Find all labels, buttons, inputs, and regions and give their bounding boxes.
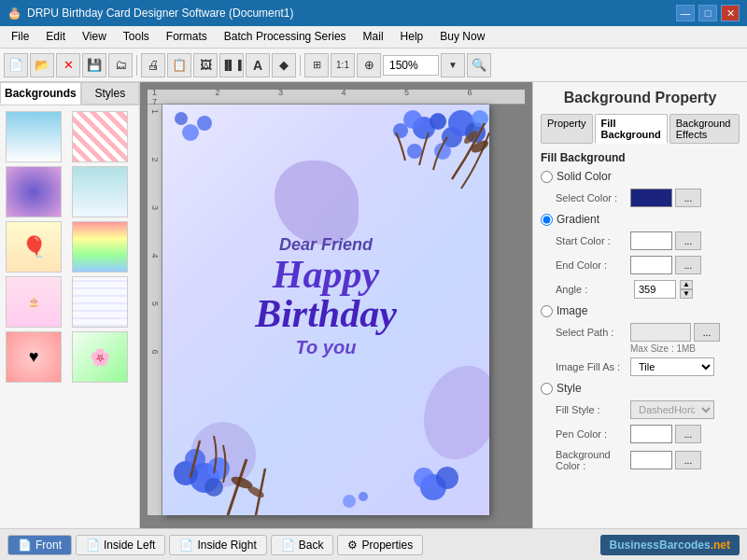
menu-bar: File Edit View Tools Formats Batch Proce… (0, 26, 747, 49)
ruler-vertical: 1 2 3 4 5 6 (148, 105, 162, 515)
angle-label: Angle : (556, 284, 630, 295)
angle-row: Angle : 359 ▲ ▼ (541, 280, 740, 299)
angle-down[interactable]: ▼ (680, 289, 693, 299)
svg-point-10 (182, 124, 199, 141)
menu-formats[interactable]: Formats (159, 28, 215, 46)
bg-color-browse[interactable]: ... (675, 451, 701, 469)
pen-color-swatch[interactable] (630, 425, 672, 443)
thumbnails-grid: 🎈 🎂 ♥ 🌸 (0, 105, 139, 388)
print2-button[interactable]: 📋 (167, 53, 191, 77)
zoom-in-button[interactable]: ⊕ (357, 53, 381, 77)
inside-right-icon: 📄 (179, 539, 193, 552)
table-button[interactable]: ⊞ (304, 53, 329, 77)
gradient-row: Gradient (541, 213, 740, 226)
front-label: Front (35, 539, 62, 552)
image-button[interactable]: 🖼 (193, 53, 218, 77)
image-fill-label: Image Fill As : (556, 361, 630, 372)
text-button[interactable]: A (246, 53, 270, 77)
bg-color-row: Background Color : ... (541, 449, 740, 471)
close-button[interactable]: ✕ (721, 5, 740, 21)
save-all-button[interactable]: 🗂 (108, 53, 133, 77)
gradient-label: Gradient (557, 213, 599, 226)
separator-2 (300, 55, 301, 76)
bg-thumb-bday[interactable]: 🎂 (6, 276, 62, 328)
solid-color-browse[interactable]: ... (675, 189, 701, 207)
bg-thumb-hearts[interactable]: ♥ (6, 331, 62, 383)
title-bar: 🎂 DRPU Birthday Card Designer Software (… (0, 0, 747, 26)
svg-point-1 (430, 113, 446, 130)
bg-thumb-floral[interactable]: 🌸 (72, 331, 128, 383)
bg-thumb-balloons[interactable]: 🎈 (6, 221, 62, 273)
tab-inside-right[interactable]: 📄 Inside Right (169, 535, 266, 555)
select-color-label: Select Color : (556, 192, 630, 203)
tab-backgrounds[interactable]: Backgrounds (0, 82, 81, 105)
tab-front[interactable]: 📄 Front (7, 535, 72, 555)
ratio-button[interactable]: 1:1 (331, 53, 355, 77)
branding-ext: .net (711, 539, 730, 552)
tab-properties[interactable]: ⚙ Properties (337, 535, 423, 555)
menu-edit[interactable]: Edit (38, 28, 73, 46)
canvas-area: 1 2 3 4 5 6 7 1 2 3 4 5 6 (140, 82, 532, 528)
image-radio[interactable] (541, 305, 553, 317)
svg-point-12 (175, 112, 188, 125)
app-icon: 🎂 (7, 7, 21, 20)
tab-back[interactable]: 📄 Back (271, 535, 334, 555)
tab-inside-left[interactable]: 📄 Inside Left (76, 535, 165, 555)
bg-thumb-pink[interactable] (72, 111, 128, 162)
zoom-input[interactable]: 150% (383, 55, 439, 76)
menu-view[interactable]: View (75, 28, 114, 46)
solid-color-radio[interactable] (541, 171, 553, 183)
tab-fill-background[interactable]: Fill Background (595, 114, 668, 144)
bg-thumb-clouds[interactable] (72, 166, 128, 217)
path-input[interactable] (630, 323, 691, 342)
svg-point-9 (472, 110, 488, 127)
start-color-row: Start Color : ... (541, 231, 740, 250)
right-panel: Background Property Property Fill Backgr… (532, 82, 747, 528)
svg-point-3 (393, 123, 408, 138)
image-fill-select[interactable]: Tile Stretch Center (630, 357, 714, 376)
barcode-button[interactable]: ▐▌▐ (219, 53, 244, 77)
style-radio[interactable] (541, 383, 553, 395)
menu-tools[interactable]: Tools (116, 28, 157, 46)
path-browse[interactable]: ... (694, 323, 720, 342)
bg-thumb-texture[interactable] (72, 276, 128, 328)
bg-thumb-sky[interactable] (6, 111, 62, 162)
new-button[interactable]: 📄 (4, 53, 28, 77)
end-color-swatch[interactable] (630, 256, 672, 274)
branding: BusinessBarcodes.net (600, 535, 740, 555)
solid-color-swatch[interactable] (630, 189, 672, 207)
image-label: Image (557, 304, 587, 317)
open-button[interactable]: 📂 (30, 53, 54, 77)
close-doc-button[interactable]: ✕ (56, 53, 80, 77)
inside-left-label: Inside Left (104, 539, 155, 552)
status-tabs: 📄 Front 📄 Inside Left 📄 Inside Right 📄 B… (7, 535, 423, 555)
menu-buynow[interactable]: Buy Now (432, 28, 492, 46)
start-color-browse[interactable]: ... (675, 231, 701, 250)
gradient-radio[interactable] (541, 214, 553, 226)
angle-up[interactable]: ▲ (680, 280, 693, 289)
tab-property[interactable]: Property (541, 114, 593, 144)
minimize-button[interactable]: — (676, 5, 695, 21)
bg-thumb-stars[interactable] (6, 166, 62, 217)
save-button[interactable]: 💾 (82, 53, 106, 77)
style-row: Style (541, 382, 740, 395)
shapes-button[interactable]: ◆ (272, 53, 296, 77)
start-color-swatch[interactable] (630, 231, 672, 250)
print-button[interactable]: 🖨 (141, 53, 165, 77)
zoom-out-button[interactable]: 🔍 (467, 53, 491, 77)
pen-color-browse[interactable]: ... (675, 425, 701, 443)
tab-background-effects[interactable]: Background Effects (669, 114, 740, 144)
svg-point-24 (414, 468, 434, 488)
tab-styles[interactable]: Styles (81, 82, 139, 105)
bg-thumb-rainbow[interactable] (72, 221, 128, 273)
menu-mail[interactable]: Mail (356, 28, 391, 46)
menu-batch[interactable]: Batch Processing Series (217, 28, 354, 46)
menu-file[interactable]: File (4, 28, 36, 46)
dropdown-arrow[interactable]: ▼ (441, 53, 465, 77)
fill-style-select[interactable]: DashedHorizontal Solid Cross (630, 400, 714, 419)
bg-color-swatch[interactable] (630, 451, 672, 469)
maximize-button[interactable]: □ (698, 5, 717, 21)
menu-help[interactable]: Help (393, 28, 431, 46)
angle-input[interactable]: 359 (634, 280, 676, 299)
end-color-browse[interactable]: ... (675, 256, 701, 274)
